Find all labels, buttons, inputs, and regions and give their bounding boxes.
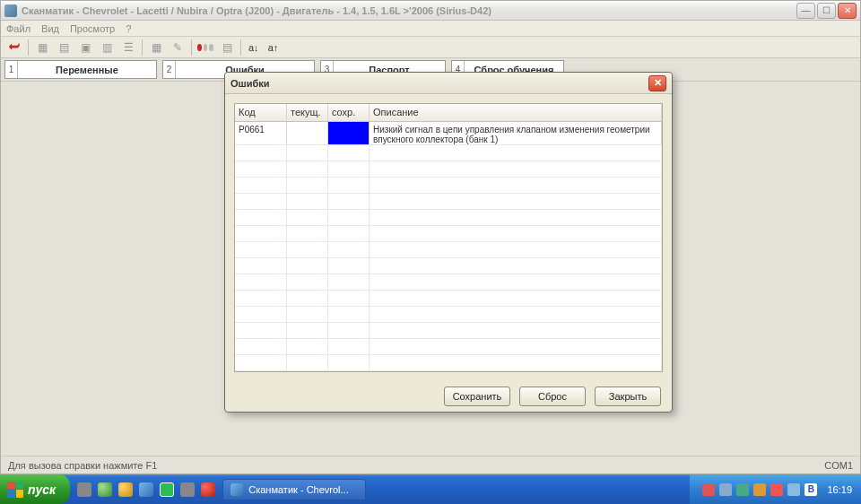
toolbar: ⮨ ▦ ▤ ▣ ▥ ☰ ▦ ✎ ▤ a↓ a↑ (1, 37, 860, 58)
menu-help[interactable]: ? (126, 23, 131, 34)
ql-icon-5[interactable] (160, 482, 174, 497)
col-current[interactable]: текущ. (287, 104, 328, 121)
status-port: COM1 (824, 460, 853, 471)
table-row-empty (235, 274, 662, 291)
cell-code: P0661 (235, 122, 287, 144)
separator (240, 39, 241, 56)
table-row-empty (235, 145, 662, 161)
separator (142, 39, 143, 56)
table-row-empty (235, 178, 662, 194)
table-row-empty (235, 291, 662, 307)
col-description[interactable]: Описание (370, 104, 662, 121)
tray-icon-1[interactable] (702, 483, 715, 496)
taskbar-app-button[interactable]: Сканматик - Chevrol... (222, 479, 366, 500)
back-icon[interactable]: ⮨ (6, 39, 22, 56)
dialog-body: Код текущ. сохр. Описание P0661 Низкий с… (234, 103, 663, 372)
menu-watch[interactable]: Просмотр (70, 23, 115, 34)
ql-icon-4[interactable] (139, 482, 153, 497)
window-title: Сканматик - Chevrolet - Lacetti / Nubira… (22, 5, 796, 16)
grid-header: Код текущ. сохр. Описание (235, 104, 662, 122)
tray-icon-4[interactable] (753, 483, 766, 496)
app-icon (4, 4, 17, 17)
table-row-empty (235, 161, 662, 178)
reset-button[interactable]: Сброс (519, 387, 586, 406)
cell-description: Низкий сигнал в цепи управления клапаном… (370, 122, 662, 144)
separator (191, 39, 192, 56)
status-help: Для вызова справки нажмите F1 (8, 460, 157, 471)
close-dialog-button[interactable]: Закрыть (595, 387, 661, 406)
window-buttons: — ☐ ✕ (796, 3, 857, 19)
table-row-empty (235, 339, 662, 355)
errors-dialog: Ошибки ✕ Код текущ. сохр. Описание P0661… (224, 72, 673, 413)
grid-rows: P0661 Низкий сигнал в цепи управления кл… (235, 122, 662, 371)
ql-icon-1[interactable] (77, 482, 91, 497)
tray-icon-6[interactable] (787, 483, 800, 496)
ql-icon-2[interactable] (98, 482, 112, 497)
table-row-empty (235, 210, 662, 226)
toolbar-icon-4[interactable]: ▥ (99, 39, 115, 56)
tab-number: 1 (5, 61, 18, 78)
menu-file[interactable]: Файл (6, 23, 30, 34)
start-button[interactable]: пуск (0, 474, 70, 504)
separator (28, 39, 29, 56)
menu-bar: Файл Вид Просмотр ? (1, 21, 860, 37)
col-saved[interactable]: сохр. (328, 104, 370, 121)
tray-icon-3[interactable] (736, 483, 749, 496)
taskbar-app-label: Сканматик - Chevrol... (248, 484, 348, 495)
cell-saved (328, 122, 370, 144)
font-dec-button[interactable]: a↓ (247, 39, 261, 56)
tab-label: Переменные (18, 61, 156, 78)
dialog-title-bar: Ошибки ✕ (225, 73, 672, 94)
toolbar-icon-6[interactable]: ▦ (148, 39, 164, 56)
system-tray: B 16:19 (690, 474, 861, 504)
app-task-icon (230, 483, 243, 496)
dialog-title: Ошибки (230, 78, 648, 89)
table-row-empty (235, 307, 662, 323)
table-row-empty (235, 323, 662, 339)
language-indicator[interactable]: B (804, 483, 817, 496)
table-row-empty (235, 226, 662, 242)
quick-launch (77, 482, 215, 497)
tab-number: 2 (163, 61, 176, 78)
toolbar-icon-8[interactable]: ▤ (219, 39, 235, 56)
col-code[interactable]: Код (235, 104, 287, 121)
save-button[interactable]: Сохранить (444, 387, 510, 406)
table-row-empty (235, 242, 662, 258)
tray-icon-2[interactable] (719, 483, 732, 496)
maximize-button[interactable]: ☐ (817, 3, 836, 19)
taskbar: пуск Сканматик - Chevrol... B 16:19 (0, 474, 861, 504)
start-label: пуск (28, 482, 56, 497)
dialog-close-button[interactable]: ✕ (648, 75, 666, 91)
toolbar-icon-5[interactable]: ☰ (120, 39, 136, 56)
minimize-button[interactable]: — (796, 3, 815, 19)
toolbar-icon-7[interactable]: ✎ (170, 39, 186, 56)
close-button[interactable]: ✕ (838, 3, 857, 19)
title-bar: Сканматик - Chevrolet - Lacetti / Nubira… (1, 1, 860, 21)
font-inc-button[interactable]: a↑ (266, 39, 281, 56)
table-row-empty (235, 258, 662, 274)
table-row-empty (235, 194, 662, 210)
ql-icon-3[interactable] (118, 482, 133, 497)
ql-icon-6[interactable] (180, 482, 195, 497)
tray-icon-5[interactable] (770, 483, 783, 496)
menu-view[interactable]: Вид (41, 23, 59, 34)
cell-current (287, 122, 328, 144)
table-row[interactable]: P0661 Низкий сигнал в цепи управления кл… (235, 122, 662, 145)
toolbar-icon-3[interactable]: ▣ (77, 39, 93, 56)
toolbar-icon-1[interactable]: ▦ (34, 39, 50, 56)
record-icons[interactable] (197, 39, 213, 56)
windows-logo-icon (7, 482, 23, 498)
clock[interactable]: 16:19 (827, 484, 852, 495)
table-row-empty (235, 355, 662, 371)
tab-variables[interactable]: 1 Переменные (4, 60, 157, 79)
dialog-buttons: Сохранить Сброс Закрыть (225, 381, 672, 412)
ql-icon-opera[interactable] (201, 482, 215, 497)
status-bar: Для вызова справки нажмите F1 COM1 (1, 456, 860, 474)
toolbar-icon-2[interactable]: ▤ (56, 39, 72, 56)
